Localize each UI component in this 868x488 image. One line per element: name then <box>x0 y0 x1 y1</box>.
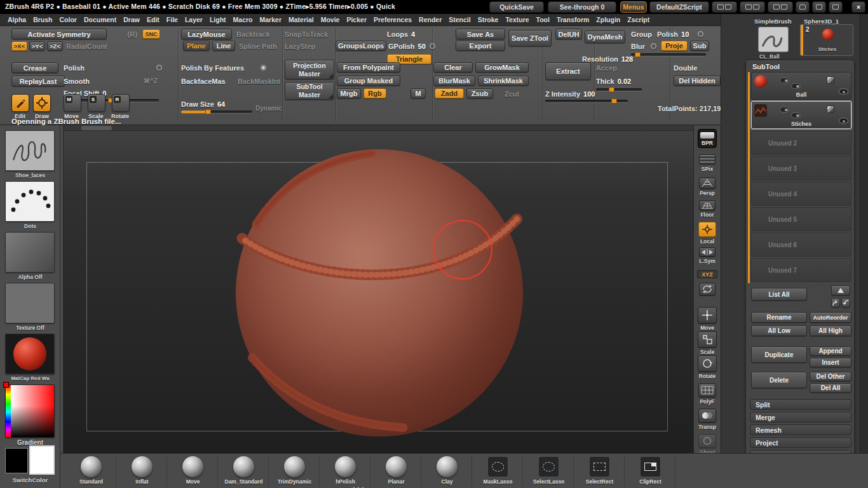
group-polish-toggle-icon[interactable] <box>698 31 703 37</box>
scale-mode-button[interactable]: S <box>88 94 105 112</box>
quicksave-button[interactable]: QuickSave <box>489 1 544 13</box>
move-up-button[interactable] <box>831 285 850 295</box>
lazymouse-button[interactable]: LazyMouse <box>181 29 232 39</box>
menu-item[interactable]: Alpha <box>8 16 26 24</box>
menu-item[interactable]: Movie <box>321 16 340 24</box>
menu-item[interactable]: Brush <box>33 16 52 24</box>
floor-button[interactable]: Floor <box>694 200 721 218</box>
del-other-button[interactable]: Del Other <box>810 372 851 381</box>
blur-toggle-icon[interactable] <box>651 43 656 49</box>
append-button[interactable]: Append <box>810 346 851 356</box>
texture-thumbnail[interactable] <box>5 283 55 323</box>
subtool-item-unused[interactable]: Unused 2 <box>751 131 851 155</box>
replaylast-button[interactable]: ReplayLast <box>11 76 65 86</box>
bpr-button[interactable]: BPR <box>694 129 721 148</box>
thick-slider[interactable]: Thick0.02 <box>596 78 631 85</box>
gpolish-toggle-icon[interactable] <box>430 43 435 49</box>
rotate-mode-button[interactable]: R <box>112 94 130 112</box>
subtool-item-ball[interactable]: Ball <box>751 72 851 100</box>
primary-color-swatch[interactable] <box>29 445 55 475</box>
insert-button[interactable]: Insert <box>810 358 851 367</box>
crease-button[interactable]: Crease <box>11 62 58 73</box>
menu-item[interactable]: File <box>166 16 178 24</box>
dynamesh-button[interactable]: DynaMesh <box>585 30 625 43</box>
tablet-icons-button[interactable] <box>712 1 737 13</box>
sync-views-button[interactable] <box>694 283 721 295</box>
lsym-button[interactable]: L.Sym <box>694 247 721 264</box>
subtool-item-unused[interactable]: Unused 4 <box>751 182 851 206</box>
menus-button[interactable]: Menus <box>620 1 647 13</box>
save-as-button[interactable]: Save As <box>456 29 505 39</box>
tray-brush-planar[interactable]: Planar <box>372 456 421 487</box>
all-low-button[interactable]: All Low <box>751 325 807 336</box>
smooth-slider[interactable]: Smooth <box>64 78 90 85</box>
scale-gizmo-button[interactable]: Scale <box>694 331 721 355</box>
menu-item[interactable]: Zplugin <box>596 16 620 24</box>
snaptotrack-toggle[interactable]: SnapToTrack <box>285 30 328 38</box>
rgb-button[interactable]: Rgb <box>363 88 386 98</box>
tray-brush-masklasso[interactable]: MaskLasso <box>473 456 523 487</box>
from-polypaint-button[interactable]: From Polypaint <box>337 62 400 72</box>
backtrack-toggle[interactable]: Backtrack <box>236 30 270 38</box>
eject-icon-button[interactable] <box>812 1 826 13</box>
spline-path-toggle[interactable]: Spline Path <box>239 43 277 50</box>
current-color-swatch[interactable] <box>3 382 9 388</box>
group-masked-button[interactable]: Group Masked <box>337 76 400 86</box>
clear-mask-button[interactable]: Clear <box>433 62 473 72</box>
loops-slider[interactable]: Loops4 <box>387 30 415 38</box>
palette-icon-button[interactable] <box>768 1 793 13</box>
menu-item[interactable]: Stencil <box>449 16 470 24</box>
dynamic-toggle[interactable]: Dynamic <box>255 105 282 112</box>
transparency-button[interactable]: Transp <box>694 409 721 430</box>
hue-strip[interactable] <box>6 385 11 437</box>
tray-brush-move[interactable]: Move <box>168 456 218 487</box>
menu-item[interactable]: Light <box>210 16 226 24</box>
polypaint-toggle-icon[interactable] <box>780 78 789 83</box>
menu-item[interactable]: Tool <box>536 16 550 24</box>
blur-slider[interactable]: Blur <box>631 43 645 50</box>
tray-brush-selectrect[interactable]: SelectRect <box>575 456 625 487</box>
persp-button[interactable]: Persp <box>694 177 721 196</box>
polyframe-button[interactable]: PolyF <box>694 383 721 405</box>
subtool-item-unused[interactable]: Unused 7 <box>751 258 851 282</box>
menu-item[interactable]: Zscript <box>627 16 649 24</box>
close-button[interactable]: × <box>851 1 865 13</box>
polypaint-toggle-icon[interactable] <box>780 107 789 112</box>
menu-item[interactable]: Render <box>419 16 442 24</box>
move-gizmo-button[interactable]: Move <box>694 307 721 331</box>
tray-brush-standard[interactable]: Standard <box>67 456 116 487</box>
activate-symmetry-button[interactable]: Activate Symmetry <box>11 29 107 39</box>
gpolish-slider[interactable]: GPolish50 <box>388 43 426 50</box>
menu-item[interactable]: Texture <box>505 16 529 24</box>
polypaint-toggle-icon[interactable] <box>791 83 801 89</box>
subtool-scrollbar[interactable] <box>748 72 750 283</box>
del-all-button[interactable]: Del All <box>810 383 851 393</box>
menu-item[interactable]: Preferences <box>374 16 412 24</box>
groupsloops-button[interactable]: GroupsLoops <box>336 41 386 51</box>
autoreorder-button[interactable]: AutoReorder <box>810 312 851 323</box>
draw-size-track[interactable] <box>181 111 252 113</box>
remesh-section[interactable]: Remesh <box>750 424 851 435</box>
menu-item[interactable]: Material <box>288 16 314 24</box>
m-button[interactable]: M <box>410 88 426 98</box>
edit-subtool-icon[interactable] <box>827 105 834 113</box>
alpha-thumbnail[interactable] <box>5 232 55 273</box>
symmetry-x-button[interactable]: >X< <box>11 41 27 51</box>
export-button[interactable]: Export <box>456 41 505 51</box>
baseball-model[interactable] <box>234 148 524 438</box>
zsub-button[interactable]: Zsub <box>466 88 493 98</box>
menu-item[interactable]: Color <box>60 16 77 24</box>
subtool-item-unused[interactable]: Unused 6 <box>751 233 851 257</box>
group-polish-slider[interactable]: Polish10 <box>657 30 689 38</box>
layout-icons-button[interactable] <box>740 1 765 13</box>
divider-icon-button[interactable] <box>829 1 843 13</box>
menu-item[interactable]: Macro <box>233 16 253 24</box>
menu-item[interactable]: Document <box>84 16 116 24</box>
polypaint-toggle-icon[interactable] <box>791 112 801 118</box>
split-section[interactable]: Split <box>750 399 851 410</box>
defaultzscript-button[interactable]: DefaultZScript <box>649 1 709 13</box>
z-intensity-track[interactable] <box>545 100 628 102</box>
accept-button[interactable]: Accep <box>596 64 617 72</box>
projection-strength-slider[interactable] <box>631 53 706 56</box>
edit-subtool-icon[interactable] <box>827 76 834 84</box>
